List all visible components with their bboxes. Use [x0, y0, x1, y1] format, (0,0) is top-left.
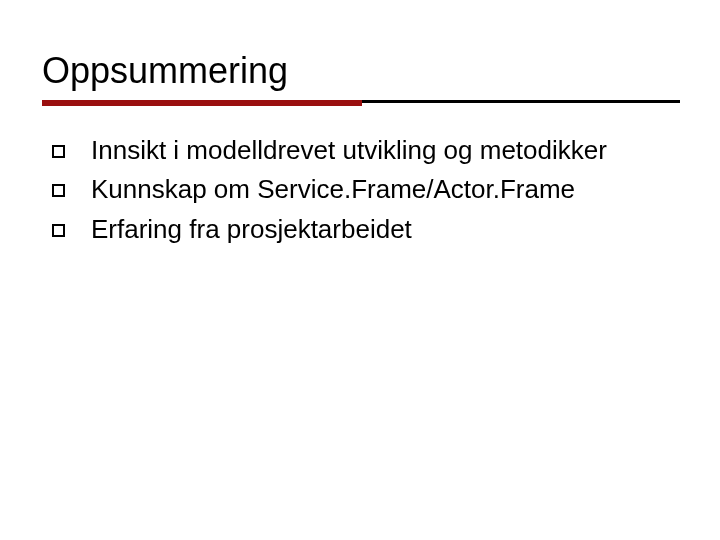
bullet-list: Innsikt i modelldrevet utvikling og meto…: [52, 134, 680, 246]
square-bullet-icon: [52, 224, 65, 237]
square-bullet-icon: [52, 145, 65, 158]
underline-accent: [42, 100, 362, 106]
bullet-text: Kunnskap om Service.Frame/Actor.Frame: [91, 173, 680, 206]
list-item: Kunnskap om Service.Frame/Actor.Frame: [52, 173, 680, 206]
list-item: Erfaring fra prosjektarbeidet: [52, 213, 680, 246]
title-underline: [42, 100, 680, 106]
list-item: Innsikt i modelldrevet utvikling og meto…: [52, 134, 680, 167]
bullet-text: Erfaring fra prosjektarbeidet: [91, 213, 680, 246]
square-bullet-icon: [52, 184, 65, 197]
slide: Oppsummering Innsikt i modelldrevet utvi…: [0, 0, 720, 540]
bullet-text: Innsikt i modelldrevet utvikling og meto…: [91, 134, 680, 167]
slide-title: Oppsummering: [42, 50, 680, 92]
